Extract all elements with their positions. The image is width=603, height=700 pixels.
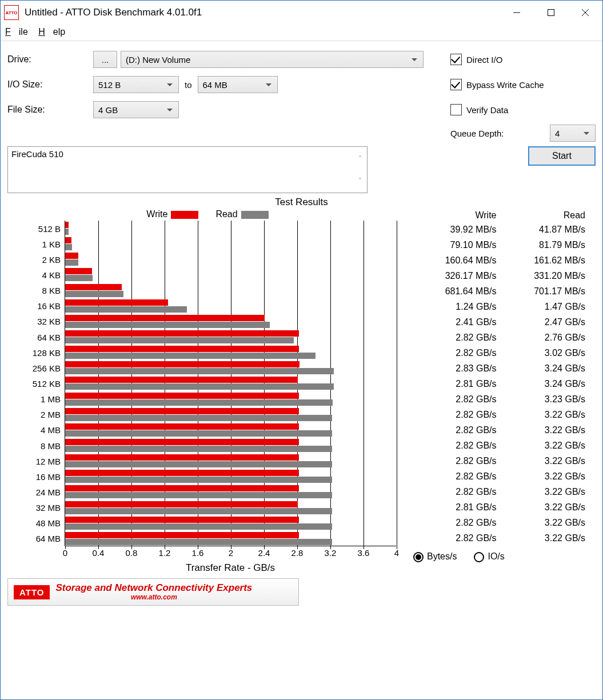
table-row: 2.82 GB/s3.22 GB/s	[408, 438, 585, 453]
bar-group: 256 KB	[65, 360, 396, 375]
io-size-to-text: to	[185, 80, 192, 90]
table-row: 2.82 GB/s2.76 GB/s	[408, 330, 585, 345]
table-row: 681.64 MB/s701.17 MB/s	[408, 283, 585, 299]
chart-y-label: 16 MB	[36, 471, 65, 481]
file-size-select[interactable]: 4 GB	[93, 101, 179, 118]
units-ios-radio[interactable]: IO/s	[474, 551, 504, 562]
bar-write	[65, 408, 299, 414]
bar-write	[65, 517, 299, 523]
desc-spin-down[interactable]: ˅	[354, 170, 366, 192]
chart-y-label: 12 MB	[36, 456, 65, 466]
bypass-cache-label: Bypass Write Cache	[466, 80, 544, 90]
table-row: 2.82 GB/s3.22 GB/s	[408, 422, 585, 438]
table-row: 2.41 GB/s2.47 GB/s	[408, 314, 585, 330]
table-row: 2.83 GB/s3.24 GB/s	[408, 361, 585, 376]
bar-read	[65, 259, 78, 266]
window-title: Untitled - ATTO Disk Benchmark 4.01.0f1	[25, 7, 500, 18]
results-table: 39.92 MB/s41.87 MB/s79.10 MB/s81.79 MB/s…	[408, 222, 585, 546]
bar-read	[65, 337, 294, 343]
menu-bar: File Help	[1, 25, 602, 41]
table-row: 2.82 GB/s3.02 GB/s	[408, 345, 585, 361]
chart-y-label: 64 KB	[37, 332, 65, 342]
menu-file[interactable]: File	[5, 27, 28, 37]
bar-group: 4 MB	[65, 422, 396, 438]
drive-browse-button[interactable]: ...	[93, 51, 117, 68]
bar-read	[65, 415, 332, 421]
bar-read	[65, 322, 270, 328]
units-bytes-radio[interactable]: Bytes/s	[413, 551, 457, 562]
chart-y-label: 128 KB	[33, 347, 65, 357]
bar-group: 16 KB	[65, 298, 396, 314]
bar-read	[65, 275, 93, 281]
verify-data-checkbox[interactable]	[450, 104, 462, 115]
drive-select[interactable]: (D:) New Volume	[121, 51, 424, 68]
app-icon: ATTO	[4, 5, 19, 20]
io-size-to-select[interactable]: 64 MB	[198, 76, 278, 93]
table-row: 2.82 GB/s3.22 GB/s	[408, 469, 585, 484]
svg-rect-1	[548, 10, 554, 16]
atto-banner[interactable]: ATTO Storage and Network Connectivity Ex…	[7, 578, 299, 606]
io-size-from-select[interactable]: 512 B	[93, 76, 179, 93]
bar-write	[65, 237, 71, 243]
bar-group: 2 MB	[65, 407, 396, 422]
bar-read	[65, 430, 332, 437]
chart-y-label: 32 KB	[37, 317, 65, 326]
table-row: 160.64 MB/s161.62 MB/s	[408, 253, 585, 268]
chart-y-label: 512 B	[38, 223, 65, 233]
bar-read	[65, 508, 332, 514]
direct-io-label: Direct I/O	[466, 55, 502, 65]
bar-read	[65, 477, 332, 483]
description-input[interactable]: FireCuda 510 ˄ ˅	[7, 146, 368, 193]
atto-logo: ATTO	[14, 585, 50, 599]
bar-group: 64 MB	[65, 531, 396, 546]
chart-y-label: 1 MB	[41, 394, 65, 404]
bar-read	[65, 523, 332, 530]
bar-group: 128 KB	[65, 345, 396, 360]
bar-write	[65, 315, 265, 321]
chart-y-label: 1 KB	[42, 239, 65, 249]
bar-write	[65, 299, 168, 306]
table-row: 2.82 GB/s3.22 GB/s	[408, 515, 585, 530]
bar-read	[65, 492, 332, 498]
bar-write	[65, 501, 298, 507]
bar-write	[65, 346, 299, 352]
chart-y-label: 4 MB	[41, 425, 65, 435]
bar-group: 32 KB	[65, 314, 396, 329]
start-button[interactable]: Start	[528, 146, 596, 166]
direct-io-checkbox[interactable]	[450, 54, 462, 65]
chart-legend: Write Read	[7, 209, 408, 219]
bar-read	[65, 368, 334, 374]
table-row: 2.81 GB/s3.24 GB/s	[408, 376, 585, 391]
bar-write	[65, 253, 78, 259]
bar-read	[65, 306, 187, 313]
bar-read	[65, 383, 334, 390]
bar-write	[65, 423, 299, 430]
table-row: 2.82 GB/s3.22 GB/s	[408, 407, 585, 422]
table-row: 2.82 GB/s3.23 GB/s	[408, 391, 585, 407]
maximize-button[interactable]	[534, 1, 568, 25]
drive-label: Drive:	[7, 54, 93, 65]
table-row: 2.81 GB/s3.22 GB/s	[408, 499, 585, 515]
bar-write	[65, 532, 299, 538]
desc-spin-up[interactable]: ˄	[354, 147, 366, 170]
bypass-cache-checkbox[interactable]	[450, 79, 462, 90]
chart-x-label: Transfer Rate - GB/s	[65, 562, 396, 574]
chart-y-label: 2 MB	[41, 410, 65, 419]
results-title: Test Results	[7, 197, 596, 208]
bar-group: 16 MB	[65, 469, 396, 484]
queue-depth-select[interactable]: 4	[550, 125, 596, 142]
chart-y-label: 2 KB	[42, 254, 65, 264]
titlebar: ATTO Untitled - ATTO Disk Benchmark 4.01…	[1, 1, 602, 25]
bar-group: 2 KB	[65, 251, 396, 267]
bar-read	[65, 229, 69, 235]
minimize-button[interactable]	[500, 1, 534, 25]
table-row: 2.82 GB/s3.22 GB/s	[408, 530, 585, 546]
menu-help[interactable]: Help	[38, 27, 65, 37]
table-row: 326.17 MB/s331.20 MB/s	[408, 268, 585, 283]
bar-write	[65, 361, 299, 367]
bar-group: 48 MB	[65, 515, 396, 531]
bar-write	[65, 284, 122, 290]
bar-group: 4 KB	[65, 267, 396, 282]
close-button[interactable]	[568, 1, 602, 25]
bar-group: 32 MB	[65, 500, 396, 515]
